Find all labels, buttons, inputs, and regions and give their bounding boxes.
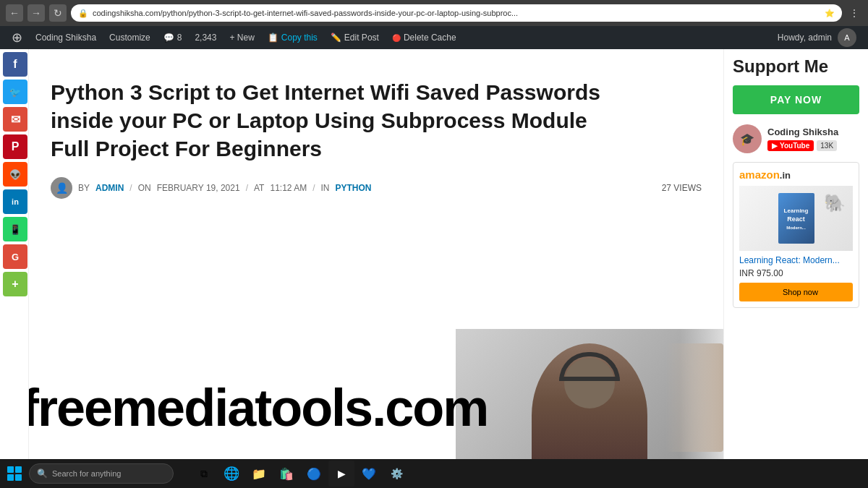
reddit-share-button[interactable]: 👽 (3, 162, 27, 187)
terminal-button[interactable]: ▶ (328, 461, 354, 487)
author-avatar: 👤 (51, 177, 72, 199)
post-time: 11:12 AM (270, 183, 307, 193)
channel-name: Coding Shiksha (767, 127, 838, 137)
pay-now-button[interactable]: PAY NOW (733, 85, 859, 114)
comment-count-display: 2,343 (195, 33, 216, 43)
amazon-price: INR 975.00 (739, 268, 853, 278)
amazon-widget: amazon.in Learning React Modern... 🐘 Lea… (733, 162, 859, 308)
url-text: codingshiksha.com/python/python-3-script… (93, 9, 820, 17)
post-date: FEBRUARY 19, 2021 (157, 183, 240, 193)
site-name-item[interactable]: Coding Shiksha (30, 26, 102, 49)
support-title: Support Me (733, 56, 859, 77)
back-button[interactable]: ← (6, 4, 23, 22)
edge-browser-button[interactable]: 🌐 (218, 461, 244, 487)
site-name-label: Coding Shiksha (35, 33, 96, 43)
howdy-text: Howdy, admin (778, 33, 832, 43)
refresh-button[interactable]: ↻ (49, 4, 67, 22)
address-bar[interactable]: 🔒 codingshiksha.com/python/python-3-scri… (71, 4, 842, 22)
email-share-button[interactable]: ✉ (3, 107, 27, 132)
at-label: AT (254, 183, 264, 193)
obs-button[interactable]: ⚙️ (383, 461, 409, 487)
edit-post-item[interactable]: ✏️ Edit Post (325, 26, 385, 49)
youtube-label: YouTube (780, 142, 809, 150)
whatsapp-share-button[interactable]: 📱 (3, 217, 27, 241)
pinterest-share-button[interactable]: P (3, 134, 27, 159)
start-button[interactable] (3, 462, 26, 485)
new-item[interactable]: + New (224, 26, 260, 49)
windows-logo-icon (7, 466, 22, 481)
taskbar-apps: ⧉ 🌐 📁 🛍️ 🔵 ▶ 💙 ⚙️ (191, 461, 409, 487)
vscode-button[interactable]: 💙 (356, 461, 382, 487)
search-placeholder-text: Search for anything (52, 469, 121, 478)
shop-now-label: Shop now (783, 288, 818, 296)
main-content: Python 3 Script to Get Internet Wifi Sav… (29, 49, 723, 488)
customize-label: Customize (109, 33, 150, 43)
amazon-a-icon: a (774, 286, 780, 298)
page-layout: f 🐦 ✉ P 👽 in 📱 G + Python 3 Script to Ge… (0, 49, 868, 488)
wp-logo-icon[interactable]: ⊕ (6, 30, 28, 46)
by-label: BY (78, 183, 90, 193)
social-sidebar: f 🐦 ✉ P 👽 in 📱 G + (0, 49, 29, 488)
forward-button[interactable]: → (27, 4, 45, 22)
book-cover: Learning React Modern... (778, 193, 814, 244)
channel-card: 🎓 Coding Shiksha ▶ YouTube 13K (733, 124, 859, 153)
channel-info: Coding Shiksha ▶ YouTube 13K (767, 127, 838, 151)
right-sidebar: Support Me PAY NOW 🎓 Coding Shiksha ▶ Yo… (723, 49, 868, 488)
comments-count: 8 (177, 33, 182, 43)
taskbar-search[interactable]: 🔍 Search for anything (29, 463, 174, 484)
post-category[interactable]: PYTHON (336, 183, 372, 193)
copy-icon: 📋 (268, 33, 278, 43)
store-button[interactable]: 🛍️ (273, 461, 299, 487)
extensions-button[interactable]: ⋮ (846, 5, 862, 21)
comment-icon: 💬 (163, 33, 174, 43)
admin-avatar[interactable]: A (838, 28, 856, 47)
edit-post-label: Edit Post (344, 33, 379, 43)
copy-this-label: Copy this (281, 33, 318, 43)
comment-count-item[interactable]: 2,343 (189, 26, 222, 49)
new-label: + New (229, 33, 254, 43)
youtube-badge[interactable]: ▶ YouTube (767, 140, 814, 151)
customize-item[interactable]: Customize (103, 26, 156, 49)
post-views: 27 VIEWS (662, 183, 702, 193)
chrome-button[interactable]: 🔵 (301, 461, 327, 487)
taskbar: 🔍 Search for anything ⧉ 🌐 📁 🛍️ 🔵 ▶ 💙 ⚙️ (0, 459, 868, 488)
delete-cache-label: Delete Cache (404, 33, 456, 43)
amazon-product-name[interactable]: Learning React: Modern... (739, 255, 853, 265)
twitter-share-button[interactable]: 🐦 (3, 80, 27, 104)
admin-right-section: Howdy, admin A (772, 28, 862, 47)
author-name[interactable]: ADMIN (95, 183, 124, 193)
comments-item[interactable]: 💬 8 (158, 26, 188, 49)
facebook-share-button[interactable]: f (3, 52, 27, 77)
watermark: freemediatools.com (29, 378, 488, 437)
post-title: Python 3 Script to Get Internet Wifi Sav… (51, 78, 600, 163)
on-label: ON (138, 183, 151, 193)
copy-this-item[interactable]: 📋 Copy this (262, 26, 323, 49)
search-icon: 🔍 (37, 468, 48, 479)
share-more-button[interactable]: + (3, 272, 27, 296)
linkedin-share-button[interactable]: in (3, 189, 27, 214)
wp-admin-bar: ⊕ Coding Shiksha Customize 💬 8 2,343 + N… (0, 26, 868, 49)
amazon-product-image: Learning React Modern... 🐘 (739, 186, 853, 251)
browser-toolbar: ⋮ (846, 5, 862, 21)
shop-now-button[interactable]: a Shop now (739, 283, 853, 301)
post-meta: 👤 BY ADMIN / ON FEBRUARY 19, 2021 / AT 1… (51, 177, 702, 199)
in-label: IN (321, 183, 330, 193)
subscriber-count: 13K (817, 140, 837, 151)
edit-icon: ✏️ (331, 33, 341, 43)
file-explorer-button[interactable]: 📁 (246, 461, 272, 487)
delete-cache-item[interactable]: 🔴 Delete Cache (386, 26, 462, 49)
amazon-logo: amazon.in (739, 168, 853, 181)
channel-avatar: 🎓 (733, 124, 762, 153)
task-view-button[interactable]: ⧉ (191, 461, 217, 487)
gmail-share-button[interactable]: G (3, 244, 27, 269)
browser-chrome: ← → ↻ 🔒 codingshiksha.com/python/python-… (0, 0, 868, 26)
